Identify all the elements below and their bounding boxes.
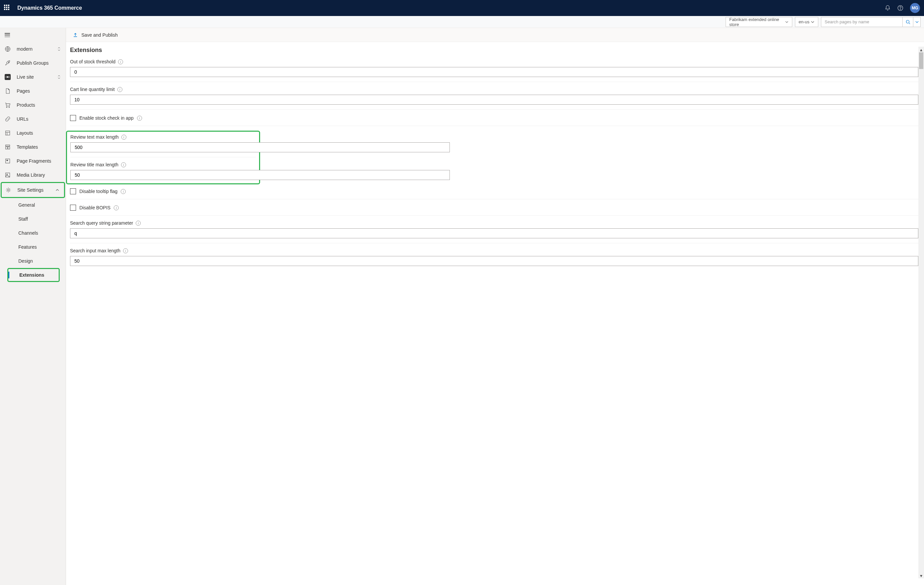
page-icon [5, 88, 11, 94]
sidebar-item-label: Pages [16, 88, 30, 94]
stock-check-checkbox[interactable] [70, 115, 76, 121]
sidebar-item-label: Site Settings [17, 187, 44, 193]
sort-icon [57, 47, 61, 51]
bell-icon[interactable] [884, 5, 891, 11]
chevron-down-icon [785, 20, 789, 24]
sidebar-item-media[interactable]: Media Library [0, 168, 66, 182]
svg-point-6 [7, 107, 7, 108]
info-icon[interactable]: i [117, 87, 122, 92]
scroll-up-icon[interactable]: ▴ [918, 47, 924, 52]
disable-tooltip-checkbox[interactable] [70, 188, 76, 194]
info-icon[interactable]: i [114, 205, 119, 210]
sidebar-sub-design[interactable]: Design [0, 254, 66, 268]
sidebar-item-live-site[interactable]: Live site [0, 70, 66, 84]
info-icon[interactable]: i [121, 189, 126, 194]
topbar: Dynamics 365 Commerce MG [0, 0, 924, 16]
field-label: Search input max length [70, 248, 120, 253]
sidebar-sub-extensions[interactable]: Extensions [7, 268, 60, 282]
hamburger-icon[interactable] [5, 33, 10, 37]
sidebar-item-fragments[interactable]: Page Fragments [0, 154, 66, 168]
globe-icon [5, 46, 11, 52]
link-icon [5, 116, 11, 122]
checkbox-label: Disable tooltip flag [79, 189, 117, 194]
help-icon[interactable] [897, 5, 903, 11]
field-stock-check: Enable stock check in app i [70, 114, 918, 126]
chevron-up-icon [55, 188, 59, 192]
sidebar-sub-label: Features [18, 244, 37, 250]
rocket-icon [5, 60, 11, 66]
content: Extensions Out of stock threshold i Cart… [66, 42, 924, 585]
sidebar-item-label: Products [16, 102, 35, 108]
info-icon[interactable]: i [121, 162, 126, 167]
main: Save and Publish Extensions Out of stock… [66, 28, 924, 585]
sidebar-site-picker[interactable]: modern [0, 42, 66, 56]
sidebar-item-label: Page Fragments [16, 158, 51, 164]
svg-point-2 [906, 20, 909, 23]
scrollbar[interactable]: ▴ ▾ [918, 47, 924, 578]
topbar-right: MG [884, 3, 920, 13]
sidebar-item-label: Layouts [16, 130, 33, 136]
search-more-button[interactable] [913, 17, 921, 27]
info-icon[interactable]: i [118, 59, 123, 64]
field-review-text: Review text max length i [70, 134, 256, 157]
svg-rect-11 [8, 147, 10, 149]
page-title: Extensions [70, 47, 918, 54]
layout-icon [5, 130, 11, 136]
info-icon[interactable]: i [137, 116, 142, 121]
site-select[interactable]: Fabrikam extended online store [726, 17, 792, 27]
locale-select-label: en-us [799, 19, 810, 24]
sidebar-sub-channels[interactable]: Channels [0, 226, 66, 240]
sidebar-sub-label: Extensions [19, 272, 45, 278]
burger-row [0, 28, 66, 42]
checkbox-label: Disable BOPIS [79, 205, 111, 210]
info-icon[interactable]: i [121, 135, 126, 140]
site-select-label: Fabrikam extended online store [729, 17, 785, 27]
field-search-param: Search query string parameter i [70, 220, 918, 243]
field-cart-limit: Cart line quantity limit i [70, 87, 918, 110]
sidebar-sub-general[interactable]: General [0, 198, 66, 212]
field-review-title: Review title max length i [70, 162, 256, 181]
svg-point-16 [7, 189, 9, 191]
sidebar-item-pages[interactable]: Pages [0, 84, 66, 98]
field-label: Review title max length [70, 162, 118, 167]
sidebar-item-site-settings[interactable]: Site Settings [2, 183, 64, 197]
sidebar-item-urls[interactable]: URLs [0, 112, 66, 126]
scroll-thumb[interactable] [919, 52, 923, 69]
sidebar-sub-staff[interactable]: Staff [0, 212, 66, 226]
search-wrap [821, 17, 921, 27]
caret-down-icon [915, 20, 919, 24]
save-publish-button[interactable]: Save and Publish [73, 32, 118, 38]
svg-point-5 [7, 76, 8, 77]
sidebar-item-layouts[interactable]: Layouts [0, 126, 66, 140]
scroll-down-icon[interactable]: ▾ [918, 573, 924, 578]
field-search-max: Search input max length i [70, 248, 918, 271]
field-disable-tooltip: Disable tooltip flag i [70, 188, 918, 199]
info-icon[interactable]: i [123, 248, 128, 253]
cart-limit-input[interactable] [70, 95, 918, 105]
review-title-input[interactable] [70, 170, 450, 180]
template-icon [5, 144, 11, 150]
search-button[interactable] [903, 17, 913, 27]
out-of-stock-input[interactable] [70, 67, 918, 77]
upload-icon [73, 32, 78, 38]
search-max-input[interactable] [70, 256, 918, 266]
sidebar-item-publish-groups[interactable]: Publish Groups [0, 56, 66, 70]
sidebar-item-products[interactable]: Products [0, 98, 66, 112]
avatar[interactable]: MG [910, 3, 920, 13]
locale-select[interactable]: en-us [795, 17, 818, 27]
disable-bopis-checkbox[interactable] [70, 205, 76, 211]
field-label: Cart line quantity limit [70, 87, 115, 92]
info-icon[interactable]: i [136, 221, 141, 226]
sidebar-sub-features[interactable]: Features [0, 240, 66, 254]
review-text-input[interactable] [70, 142, 450, 152]
svg-point-4 [8, 62, 9, 63]
svg-rect-13 [7, 160, 8, 161]
sidebar-item-templates[interactable]: Templates [0, 140, 66, 154]
app-launcher-icon[interactable] [4, 5, 11, 12]
search-param-input[interactable] [70, 228, 918, 238]
field-disable-bopis: Disable BOPIS i [70, 204, 918, 216]
sidebar-item-label: URLs [16, 116, 28, 122]
svg-point-7 [9, 107, 10, 108]
svg-point-1 [900, 9, 900, 9]
search-input[interactable] [821, 17, 903, 27]
